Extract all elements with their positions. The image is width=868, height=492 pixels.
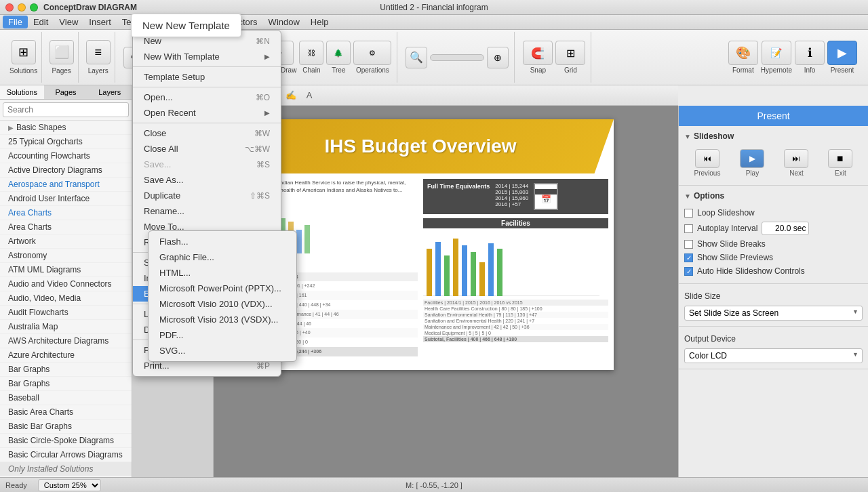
format-button[interactable]: 🎨 — [728, 41, 758, 65]
search-input[interactable] — [3, 102, 129, 117]
sidebar-item-baseball[interactable]: Baseball — [0, 391, 132, 405]
sidebar-item-android[interactable]: Android User Interface — [0, 192, 132, 206]
hypernote-button[interactable]: 📝 — [762, 41, 791, 65]
slide-size-select[interactable]: Set Slide Size as Screen — [684, 306, 863, 321]
sidebar-item-bar-graphs-2[interactable]: Bar Graphs — [0, 377, 132, 391]
output-device-select[interactable]: Color LCD — [684, 348, 863, 363]
export-pptx[interactable]: Microsoft PowerPoint (PPTX)... — [149, 281, 296, 296]
options-expand-icon: ▼ — [684, 192, 691, 200]
autoplay-checkbox[interactable] — [684, 224, 693, 233]
auto-hide-controls-checkbox[interactable]: ✓ — [684, 267, 693, 276]
sidebar-item-artwork[interactable]: Artwork — [0, 234, 132, 249]
export-vdx[interactable]: Microsoft Visio 2010 (VDX)... — [149, 296, 296, 312]
solutions-button[interactable]: ⊞ — [12, 40, 36, 64]
export-html[interactable]: HTML... — [149, 265, 296, 281]
menu-help[interactable]: Help — [305, 16, 334, 28]
sidebar-item-azure[interactable]: Azure Architecture — [0, 348, 132, 363]
sidebar-item-atm-uml[interactable]: ATM UML Diagrams — [0, 263, 132, 277]
grid-button[interactable]: ⊞ — [555, 41, 585, 65]
sidebar-item-aerospace[interactable]: Aerospace and Transport — [0, 178, 132, 192]
sidebar-item-basic-bar-graphs[interactable]: Basic Bar Graphs — [0, 419, 132, 434]
export-vsdx[interactable]: Microsoft Visio 2013 (VSDX)... — [149, 312, 296, 327]
sidebar-item-area-charts-2[interactable]: Area Charts — [0, 220, 132, 234]
layers-button[interactable]: ≡ — [86, 40, 111, 64]
chain-button[interactable]: ⛓ — [299, 41, 323, 65]
menu-close[interactable]: Close ⌘W — [133, 125, 281, 141]
sidebar-item-area-charts-1[interactable]: Area Charts — [0, 206, 132, 220]
loop-slideshow-checkbox[interactable] — [684, 209, 693, 218]
zoom-slider[interactable] — [430, 54, 484, 61]
snap-button[interactable]: 🧲 — [523, 41, 553, 65]
export-flash[interactable]: Flash... — [149, 234, 296, 249]
menu-template-setup[interactable]: Template Setup — [133, 69, 281, 85]
info-button[interactable]: ℹ — [795, 41, 825, 65]
sidebar-item-accounting[interactable]: Accounting Flowcharts — [0, 149, 132, 163]
sidebar-item-basic-circular-arrows[interactable]: Basic Circular Arrows Diagrams — [0, 448, 132, 462]
previous-button[interactable]: ⏮ — [695, 149, 719, 168]
autoplay-input[interactable] — [762, 222, 809, 235]
menu-duplicate[interactable]: Duplicate ⇧⌘S — [133, 188, 281, 203]
sidebar-item-bar-graphs-1[interactable]: Bar Graphs — [0, 363, 132, 377]
zoom-out-button[interactable]: 🔍 — [406, 47, 427, 68]
zoom-in-button[interactable]: ⊕ — [487, 47, 509, 68]
sidebar-item-astronomy[interactable]: Astronomy — [0, 249, 132, 263]
menu-view[interactable]: View — [54, 16, 83, 28]
sidebar-item-audio-video-media[interactable]: Audio, Video, Media — [0, 291, 132, 306]
operations-button[interactable]: ⚙ — [353, 41, 391, 65]
sidebar-item-orgcharts[interactable]: 25 Typical Orgcharts — [0, 135, 132, 149]
menu-close-all[interactable]: Close All ⌥⌘W — [133, 141, 281, 157]
sidebar-item-basic-area-charts[interactable]: Basic Area Charts — [0, 405, 132, 419]
menu-text[interactable]: Text — [117, 16, 144, 28]
present-button[interactable]: ▶ — [827, 41, 857, 65]
tab-solutions[interactable]: Solutions — [0, 85, 44, 99]
exit-button[interactable]: ⏹ — [828, 149, 852, 168]
separator-2 — [133, 87, 281, 87]
menu-save[interactable]: Save... ⌘S — [133, 157, 281, 172]
show-slide-previews-checkbox[interactable]: ✓ — [684, 253, 693, 262]
sidebar-item-basic-circle-spoke[interactable]: Basic Circle-Spoke Diagrams — [0, 434, 132, 448]
window-controls[interactable] — [5, 3, 38, 12]
pen-tool[interactable]: ✍ — [283, 87, 299, 104]
sidebar-item-audit[interactable]: Audit Flowcharts — [0, 306, 132, 320]
menu-open[interactable]: Open... ⌘O — [133, 89, 281, 105]
menu-tools[interactable]: Tools — [180, 16, 211, 28]
menu-edit[interactable]: Edit — [28, 16, 54, 28]
chain-tool: ⛓ Chain — [299, 41, 323, 74]
menu-window[interactable]: Window — [263, 16, 305, 28]
close-button[interactable] — [5, 3, 14, 12]
tab-pages[interactable]: Pages — [44, 85, 88, 99]
tree-button[interactable]: 🌲 — [326, 41, 351, 65]
svg-rect-14 — [462, 245, 467, 296]
text-tool[interactable]: A — [301, 87, 317, 104]
export-pdf[interactable]: PDF... — [149, 327, 296, 343]
export-svg[interactable]: SVG... — [149, 343, 296, 358]
menu-insert[interactable]: Insert — [83, 16, 117, 28]
right-panel: Present ▼ Slideshow ⏮ Previous ▶ Play ⏭ … — [678, 106, 868, 477]
export-graphic-file[interactable]: Graphic File... — [149, 249, 296, 265]
show-slide-breaks-checkbox[interactable] — [684, 240, 693, 249]
play-button[interactable]: ▶ — [740, 149, 764, 168]
menu-open-recent[interactable]: Open Recent ▶ — [133, 105, 281, 121]
zoom-select[interactable]: Custom 25% 25% 50% 75% 100% — [38, 479, 101, 491]
minimize-button[interactable] — [18, 3, 26, 12]
present-panel-header: Present — [679, 106, 868, 126]
sidebar-item-audio-video-connectors[interactable]: Audio and Video Connectors — [0, 277, 132, 291]
menu-new[interactable]: New ⌘N — [133, 33, 281, 49]
svg-rect-12 — [444, 255, 450, 296]
menu-rename[interactable]: Rename... — [133, 203, 281, 219]
menu-new-with-template[interactable]: New With Template ▶ — [133, 49, 281, 64]
sidebar-item-only-installed[interactable]: Only Installed Solutions — [0, 462, 132, 476]
sidebar-item-basic-shapes[interactable]: ▶ Basic Shapes — [0, 121, 132, 135]
menu-save-as[interactable]: Save As... — [133, 172, 281, 188]
sidebar-item-aws[interactable]: AWS Architecture Diagrams — [0, 334, 132, 348]
autoplay-label: Autoplay Interval — [697, 224, 757, 233]
menu-inspectors[interactable]: Inspectors — [212, 16, 263, 28]
menu-shape[interactable]: Shape — [144, 16, 180, 28]
tab-layers[interactable]: Layers — [87, 85, 132, 99]
pages-button[interactable]: ⬜ — [50, 40, 74, 64]
menu-file[interactable]: File — [3, 16, 28, 28]
sidebar-item-active-directory[interactable]: Active Directory Diagrams — [0, 163, 132, 178]
next-button[interactable]: ⏭ — [784, 149, 808, 168]
maximize-button[interactable] — [30, 3, 38, 12]
sidebar-item-australia[interactable]: Australia Map — [0, 320, 132, 334]
